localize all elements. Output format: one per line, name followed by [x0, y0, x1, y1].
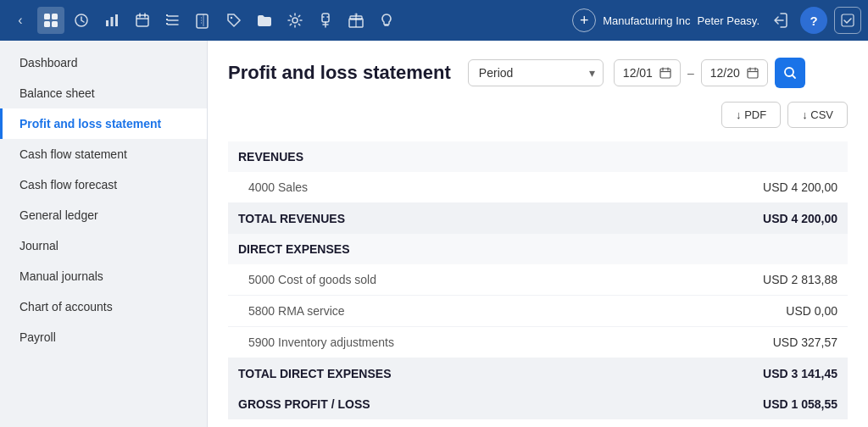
sidebar-item-manual-journals[interactable]: Manual journals: [0, 261, 207, 291]
action-row: ↓ PDF ↓ CSV: [228, 102, 848, 128]
sidebar-item-balance-sheet[interactable]: Balance sheet: [0, 78, 207, 108]
svg-rect-14: [322, 14, 329, 22]
account-label: 5000 Cost of goods sold: [228, 264, 631, 296]
topbar-right: + Manufacturing Inc Peter Peasy. ?: [572, 7, 861, 34]
content-area: Profit and loss statement Period 12/01 –…: [208, 41, 868, 427]
search-button[interactable]: [775, 58, 805, 88]
book-icon[interactable]: [190, 7, 217, 34]
sidebar-item-chart-of-accounts[interactable]: Chart of accounts: [0, 291, 207, 322]
main-layout: DashboardBalance sheetProfit and loss st…: [0, 41, 868, 427]
tag-icon[interactable]: [220, 7, 248, 34]
topbar: ‹: [0, 0, 868, 41]
date-range-group: 12/01 – 12/20: [614, 58, 805, 88]
period-select-wrapper[interactable]: Period: [468, 59, 604, 86]
svg-rect-0: [44, 14, 50, 19]
back-icon[interactable]: ‹: [7, 7, 34, 34]
date-to-value: 12/20: [710, 66, 740, 80]
direct-expenses-header: DIRECT EXPENSES: [228, 234, 848, 264]
table-row[interactable]: 5000 Cost of goods sold USD 2 813,88: [228, 264, 848, 296]
svg-rect-1: [52, 14, 58, 19]
table-row[interactable]: 5900 Inventory adjustments USD 327,57: [228, 327, 848, 358]
svg-rect-9: [166, 14, 168, 16]
plugin-icon[interactable]: [312, 7, 339, 34]
help-button[interactable]: ?: [800, 7, 827, 34]
pdf-button[interactable]: ↓ PDF: [721, 102, 781, 128]
svg-rect-10: [166, 19, 168, 20]
table-row[interactable]: 4000 Sales USD 4 200,00: [228, 172, 848, 203]
list-icon[interactable]: [159, 7, 186, 34]
total-direct-expenses-row: TOTAL DIRECT EXPENSES USD 3 141,45: [228, 358, 848, 390]
svg-rect-6: [111, 17, 114, 26]
period-select[interactable]: Period: [468, 59, 604, 86]
total-direct-expenses-amount: USD 3 141,45: [631, 358, 848, 390]
gear-icon[interactable]: [281, 7, 309, 34]
sidebar-item-cash-flow-statement[interactable]: Cash flow statement: [0, 139, 207, 169]
total-revenues-label: TOTAL REVENUES: [228, 203, 631, 235]
content-header: Profit and loss statement Period 12/01 –…: [228, 58, 848, 88]
sidebar-item-profit-and-loss-statement[interactable]: Profit and loss statement: [0, 108, 207, 139]
date-to-input[interactable]: 12/20: [701, 59, 768, 86]
sidebar-item-cash-flow-forecast[interactable]: Cash flow forecast: [0, 169, 207, 200]
sidebar-item-dashboard[interactable]: Dashboard: [0, 47, 207, 78]
total-direct-expenses-label: TOTAL DIRECT EXPENSES: [228, 358, 631, 390]
calendar-icon[interactable]: [129, 7, 156, 34]
account-label: 5800 RMA service: [228, 296, 631, 327]
sidebar-item-general-ledger[interactable]: General ledger: [0, 200, 207, 230]
svg-rect-2: [44, 21, 50, 27]
svg-rect-7: [115, 14, 118, 26]
sidebar-item-payroll[interactable]: Payroll: [0, 322, 207, 352]
svg-rect-19: [748, 69, 758, 78]
gift-icon[interactable]: [342, 7, 370, 34]
svg-rect-18: [660, 69, 670, 78]
clock-icon[interactable]: [68, 7, 95, 34]
company-name: Manufacturing Inc: [603, 14, 690, 27]
account-amount: USD 0,00: [631, 296, 848, 327]
account-label: 4000 Sales: [228, 172, 631, 203]
table-row[interactable]: 5800 RMA service USD 0,00: [228, 296, 848, 327]
account-amount: USD 4 200,00: [631, 172, 848, 203]
svg-rect-5: [106, 20, 108, 26]
date-separator: –: [687, 66, 694, 80]
bulb-icon[interactable]: [373, 7, 400, 34]
todo-button[interactable]: [834, 7, 861, 34]
report-table: REVENUES 4000 Sales USD 4 200,00 TOTAL R…: [228, 141, 848, 419]
bar-chart-icon[interactable]: [98, 7, 125, 34]
gross-profit-amount: USD 1 058,55: [631, 389, 848, 419]
logout-icon[interactable]: [766, 7, 793, 34]
svg-rect-17: [842, 14, 854, 26]
date-from-value: 12/01: [623, 66, 653, 80]
revenues-header-label: REVENUES: [228, 141, 631, 172]
svg-rect-8: [136, 15, 148, 26]
account-amount: USD 2 813,88: [631, 264, 848, 296]
sidebar: DashboardBalance sheetProfit and loss st…: [0, 41, 208, 427]
revenues-header: REVENUES: [228, 141, 848, 172]
gross-profit-row: GROSS PROFIT / LOSS USD 1 058,55: [228, 389, 848, 419]
date-from-input[interactable]: 12/01: [614, 59, 681, 86]
sidebar-item-journal[interactable]: Journal: [0, 230, 207, 261]
svg-rect-11: [166, 23, 168, 25]
user-name: Peter Peasy.: [698, 14, 760, 27]
svg-point-12: [231, 17, 232, 19]
add-button[interactable]: +: [572, 8, 596, 32]
account-amount: USD 327,57: [631, 327, 848, 358]
svg-point-13: [292, 18, 298, 23]
total-revenues-amount: USD 4 200,00: [631, 203, 848, 235]
dashboard-icon[interactable]: [37, 7, 64, 34]
csv-button[interactable]: ↓ CSV: [787, 102, 848, 128]
svg-rect-3: [52, 21, 58, 27]
folder-icon[interactable]: [251, 7, 278, 34]
account-label: 5900 Inventory adjustments: [228, 327, 631, 358]
total-revenues-row: TOTAL REVENUES USD 4 200,00: [228, 203, 848, 235]
direct-expenses-header-label: DIRECT EXPENSES: [228, 234, 631, 264]
page-title: Profit and loss statement: [228, 62, 451, 84]
gross-profit-label: GROSS PROFIT / LOSS: [228, 389, 631, 419]
